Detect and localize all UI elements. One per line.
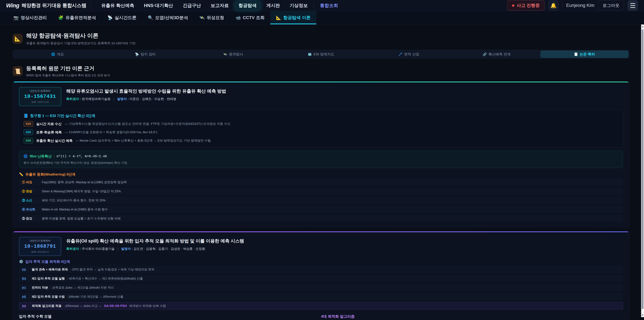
optimization-algorithms: 4대 최적화 알고리즘 GA : 유전 알고리즘 — 변이·교배 진화 DE :… xyxy=(321,314,623,320)
nav-item-emergency-rescue[interactable]: 긴급구난 xyxy=(179,1,204,10)
section-title: 등록특허 원문 기반 이론 근거 xyxy=(26,65,110,72)
link-icon: 🔗 xyxy=(483,52,487,56)
fbm-description: 분수 브라운운동(fBm) 기반 무작위 확산거리 생성. 등방성(isotro… xyxy=(24,161,618,165)
math-model-header: 입자 추적 수학 모델 xyxy=(19,314,309,319)
weathering-stage-desc: 쇄파 기인. 파도에너지·풍속 함수. 전체 약 15% xyxy=(42,198,106,202)
patent-badge-label: 대한민국 등록특허 xyxy=(21,89,59,93)
inventors-value: 김도연 · 김용혁 · 김충기 · 김성은 · 박상훈 · 오정환 xyxy=(134,247,205,250)
bookmark-tabs-icon: 📑 xyxy=(574,52,578,56)
scrollbar-down-arrow[interactable] xyxy=(641,313,644,317)
subnav-item-pollution-ship-3d[interactable]: 🔍 오염/선박3D분석 xyxy=(142,11,194,24)
subnav-label: 항공탐색 이론 xyxy=(283,15,310,21)
subnav-item-aerial-search-theory[interactable]: 📐 항공탐색 이론 xyxy=(270,11,316,24)
optimization-header-text: 입자 추적 모듈 최적화 5단계 xyxy=(25,259,70,264)
user-name: Eunjeong Kim xyxy=(566,3,594,8)
tab-diffusion-link[interactable]: 🔗 확산예측 연계 xyxy=(453,51,541,58)
nav-item-weather-info[interactable]: 기상정보 xyxy=(286,1,312,10)
step-desc: : 관측경로 Δobs ↔ 제1모델 ΔModel 차분 처리 xyxy=(50,285,114,290)
patent-card-1: 대한민국 등록특허 10-1567431 등록: 2015.11.03 해양 유… xyxy=(13,81,629,227)
section-header: 📜 등록특허 원문 기반 이론 근거 WING 탑재 유출유 확산예측 시스템의… xyxy=(13,65,629,77)
weathering-row-spreading: ① 퍼짐 Fay(1969): 중력·관성력. Mackay et al.(19… xyxy=(19,179,623,186)
tab-detection-equipment[interactable]: 📡 탐지 장비 xyxy=(102,51,189,58)
section-icon-box: 📜 xyxy=(13,66,22,76)
subnav-label: 오염/선박3D분석 xyxy=(155,15,188,21)
weathering-header-text: 유출유 풍화(Weathering) 5단계 xyxy=(25,172,75,177)
tab-label: 논문·특허 xyxy=(580,52,595,57)
tab-overview[interactable]: 🌐 개요 xyxy=(14,51,102,58)
patent1-title: 해양 유류오염사고 발생시 효율적인 방제방안 수립을 위한 유출유 확산 예측… xyxy=(66,88,226,94)
scroll-icon: 📜 xyxy=(14,68,21,74)
nav-item-integrated-search[interactable]: 통합조회 xyxy=(316,1,342,10)
subnav-item-cctv[interactable]: 📹 CCTV 조회 xyxy=(230,11,270,24)
nav-item-reports[interactable]: 보고자료 xyxy=(207,1,232,10)
subnav-label: 위성요청 xyxy=(206,15,224,21)
tab-esi-map[interactable]: 🗺️ ESI 방제지도 xyxy=(277,51,365,58)
inventor-label: 발명자 : xyxy=(121,247,133,250)
hamburger-menu-icon[interactable] xyxy=(628,0,638,11)
subnav-label: 영상사진관리 xyxy=(21,15,47,21)
claim-step-row: S10 실시간 자료 수신 — 기상예측시스템·위성영상수신시스템·검조소 인터… xyxy=(24,121,618,127)
scrollbar-thumb[interactable] xyxy=(642,29,644,309)
owner-value: 한국해양과학기술원 xyxy=(82,97,110,101)
weathering-section: ✏️ 유출유 풍화(Weathering) 5단계 ① 퍼짐 Fay(1969)… xyxy=(19,172,623,222)
wing-logo: Wing xyxy=(6,2,19,9)
page-title: 해양 항공탐색·원격탐사 이론 xyxy=(26,32,136,40)
page-icon-box: 📐 xyxy=(13,34,22,44)
step-badge-s20: S20 xyxy=(24,129,33,135)
weathering-stage-desc: Water-in-oil. Mackay et al.(1980) 풍속·수분 … xyxy=(42,207,108,211)
patent-card-2: 대한민국 등록특허 10-1868791 등록: 2018.06.12 유출유(… xyxy=(13,231,629,320)
subnav-item-photo-management[interactable]: 📷 영상사진관리 xyxy=(8,11,52,24)
step-title: 유출유 확산 실시간 예측 xyxy=(36,138,72,143)
bottom-grid: 입자 추적 수학 모델 제1모델: Modelₓ = curᵤ·Δt + c·w… xyxy=(19,314,623,320)
notification-button[interactable]: 🔔 xyxy=(548,0,559,11)
subnav-item-oil-area-analysis[interactable]: 🧩 유출유면적분석 xyxy=(52,11,102,24)
nav-item-hns-atmosphere[interactable]: HNS·대기확산 xyxy=(140,1,177,10)
algorithms-highlight: GA·DE·HS·PSO xyxy=(104,304,127,308)
brand[interactable]: Wing 해양환경 위기대응 통합시스템 xyxy=(6,2,86,9)
vertical-scrollbar[interactable] xyxy=(641,25,644,317)
tab-label: ESI 방제지도 xyxy=(314,52,334,57)
patent1-date: 등록: 2015.11.03 xyxy=(21,101,59,104)
subnav-label: CCTV 조회 xyxy=(243,15,265,21)
patent1-meta: 특허권자 : 한국해양과학기술원 | 발명자 : 이문진 · 김혜진 · 이승현… xyxy=(66,97,226,101)
step-title: 최적화 알고리즘 적용 xyxy=(32,304,62,308)
subnav-item-satellite-request[interactable]: 🛰️ 위성요청 xyxy=(194,11,230,24)
patent2-date: 등록: 2018.06.12 xyxy=(21,250,59,253)
scrollbar-up-arrow[interactable] xyxy=(641,25,644,29)
optimization-step-b: (b) 제1 입자 추적 모델 실행 : 예측자료 + 확산계수 → 제1 예측… xyxy=(19,275,623,282)
tab-area-calculation[interactable]: 🖊️ 면적 산정 xyxy=(365,51,453,58)
patent-badge-label: 대한민국 등록특허 xyxy=(21,239,59,242)
patent2-number: 10-1868791 xyxy=(21,243,59,249)
tab-label: 탐지 장비 xyxy=(141,52,156,57)
red-dot-icon xyxy=(512,4,514,7)
owner-label: 특허권자 : xyxy=(66,247,81,250)
optimization-step-e: (e) 최적화 알고리즘 적용 : ΔRevised ↔ Δobs 비교 → G… xyxy=(19,302,623,309)
satellite-icon: 🛰️ xyxy=(200,15,204,20)
weathering-header: ✏️ 유출유 풍화(Weathering) 5단계 xyxy=(19,172,623,177)
theory-tab-strip: 🌐 개요 📡 탐지 장비 🛰️ 원격탐사 🗺️ ESI 방제지도 🖊️ 면적 산… xyxy=(13,50,629,59)
weathering-stage-desc: Fay(1969): 중력·관성력. Mackay et al.(1980) 표… xyxy=(42,180,127,184)
step-badge-s30: S30 xyxy=(24,138,33,143)
inventors-value: 이문진 · 김혜진 · 이승현 · 전태병 xyxy=(130,97,176,101)
nav-item-aerial-search[interactable]: 항공탐색 xyxy=(235,1,260,10)
tab-papers-patents[interactable]: 📑 논문·특허 xyxy=(540,51,628,58)
tab-label: 확산예측 연계 xyxy=(488,52,510,57)
subnav-item-realtime-drone[interactable]: 📡 실시간드론 xyxy=(102,11,142,24)
subnav-label: 유출유면적분석 xyxy=(66,15,96,21)
top-nav-right: 사고 진행중 🔔 Eunjeong Kim 로그아웃 xyxy=(507,0,638,11)
nav-item-oil-spill-prediction[interactable]: 유출유 확산예측 xyxy=(98,1,138,10)
map-icon: 🗺️ xyxy=(308,52,312,56)
step-desc: — Monte Carlo 입자추적 + fBm 난류확산 + 풍화 5단계 →… xyxy=(76,138,211,143)
magnifier-icon: 🔍 xyxy=(148,15,153,20)
claim1-box: 📘 청구항 1 — ESI 기반 실시간 확산 3단계 S10 실시간 자료 수… xyxy=(19,110,623,147)
step-title: 제1 입자 추적 모델 실행 xyxy=(32,276,65,280)
fbm-diffusion-box: 🌀 fBm 난류확산 | σ²(t) = A·tᵐ, m=0.45~2.46 분… xyxy=(19,151,623,168)
incident-status-badge: 사고 진행중 xyxy=(507,0,544,11)
fbm-separator: | xyxy=(54,154,55,158)
fbm-formula: σ²(t) = A·tᵐ, m=0.45~2.46 xyxy=(56,154,107,158)
tab-remote-sensing[interactable]: 🛰️ 원격탐사 xyxy=(189,51,277,58)
triangle-ruler-icon: 📐 xyxy=(276,15,281,20)
nav-item-board[interactable]: 게시판 xyxy=(263,1,284,10)
logout-button[interactable]: 로그아웃 xyxy=(598,1,624,11)
page-subtitle: 유출유 원격탐지·항공감시 기법·ESI 방제정보지도·등록특허 10-1567… xyxy=(26,41,136,46)
